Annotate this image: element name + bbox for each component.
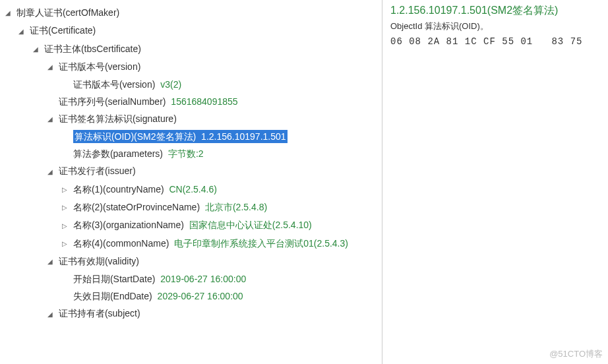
chevron-down-icon[interactable]: ◢: [46, 253, 54, 270]
tree-pane: ◢ 制章人证书(certOfMaker) ◢ 证书(Certificate) ◢…: [0, 0, 382, 364]
node-label: 证书版本号(version): [59, 61, 140, 72]
node-label: 算法标识(OID)(SM2签名算法): [75, 131, 196, 142]
node-label: 名称(2)(stateOrProvinceName): [73, 202, 200, 212]
node-parameters[interactable]: 算法参数(parameters) 字节数:2: [3, 145, 382, 162]
chevron-down-icon[interactable]: ◢: [46, 59, 54, 76]
chevron-down-icon[interactable]: ◢: [32, 41, 40, 58]
node-value: 1.2.156.10197.1.501: [201, 131, 286, 142]
chevron-right-icon[interactable]: ▷: [61, 218, 69, 235]
detail-subtitle: ObjectId 算法标识(OID)。: [390, 20, 603, 32]
node-label: 证书签名算法标识(signature): [59, 113, 177, 124]
node-value: 电子印章制作系统接入平台测试01(2.5.4.3): [174, 238, 348, 249]
chevron-right-icon[interactable]: ▷: [61, 235, 69, 253]
hex-dump: 06 08 2A 81 1C CF 55 01 83 75: [390, 36, 603, 47]
node-certofmaker[interactable]: ◢ 制章人证书(certOfMaker): [3, 4, 382, 22]
node-label: 证书有效期(validity): [59, 256, 139, 266]
node-label: 证书(Certificate): [30, 25, 96, 36]
node-issuer[interactable]: ◢ 证书发行者(issuer): [3, 162, 382, 180]
node-label: 算法参数(parameters): [73, 148, 163, 159]
node-name3[interactable]: ▷ 名称(3)(organizationName) 国家信息中心认证处(2.5.…: [3, 216, 382, 234]
node-name1[interactable]: ▷ 名称(1)(countryName) CN(2.5.4.6): [3, 181, 382, 198]
node-value: 字节数:2: [168, 148, 204, 159]
node-certificate[interactable]: ◢ 证书(Certificate): [3, 22, 382, 40]
chevron-right-icon[interactable]: ▷: [61, 199, 69, 216]
node-value: CN(2.5.4.6): [169, 184, 216, 195]
node-label: 证书版本号(version): [73, 79, 155, 90]
node-value: 2029-06-27 16:00:00: [158, 291, 243, 301]
node-value: 2019-06-27 16:00:00: [160, 274, 246, 284]
node-name4[interactable]: ▷ 名称(4)(commonName) 电子印章制作系统接入平台测试01(2.5…: [3, 235, 382, 253]
watermark: @51CTO博客: [549, 348, 603, 360]
node-label: 制章人证书(certOfMaker): [16, 7, 119, 18]
node-label: 名称(1)(countryName): [73, 184, 164, 195]
chevron-down-icon[interactable]: ◢: [17, 23, 25, 40]
chevron-down-icon[interactable]: ◢: [46, 164, 54, 181]
node-version-leaf[interactable]: 证书版本号(version) v3(2): [3, 76, 382, 93]
node-value: 国家信息中心认证处(2.5.4.10): [189, 220, 312, 230]
node-value: 1561684091855: [171, 96, 237, 107]
node-tbscertificate[interactable]: ◢ 证书主体(tbsCertificate): [3, 40, 382, 58]
node-label: 名称(4)(commonName): [73, 238, 169, 249]
detail-pane: 1.2.156.10197.1.501(SM2签名算法) ObjectId 算法…: [382, 0, 608, 364]
node-label: 开始日期(StartDate): [73, 274, 155, 284]
node-label: 证书主体(tbsCertificate): [44, 44, 141, 54]
chevron-down-icon[interactable]: ◢: [46, 306, 54, 323]
selected-row[interactable]: 算法标识(OID)(SM2签名算法) 1.2.156.10197.1.501: [73, 130, 288, 143]
node-signature[interactable]: ◢ 证书签名算法标识(signature): [3, 110, 382, 128]
node-oid[interactable]: 算法标识(OID)(SM2签名算法) 1.2.156.10197.1.501: [3, 128, 382, 145]
node-label: 失效日期(EndDate): [73, 291, 152, 301]
chevron-down-icon[interactable]: ◢: [46, 111, 54, 128]
chevron-right-icon[interactable]: ▷: [61, 181, 69, 198]
chevron-down-icon[interactable]: ◢: [4, 5, 12, 22]
node-enddate[interactable]: 失效日期(EndDate) 2029-06-27 16:00:00: [3, 288, 382, 305]
node-serial[interactable]: 证书序列号(serialNumber) 1561684091855: [3, 93, 382, 110]
node-label: 证书发行者(issuer): [59, 166, 136, 176]
node-validity[interactable]: ◢ 证书有效期(validity): [3, 253, 382, 270]
node-value: v3(2): [160, 79, 181, 90]
node-label: 证书持有者(subject): [59, 308, 140, 318]
node-value: 北京市(2.5.4.8): [205, 202, 267, 212]
node-startdate[interactable]: 开始日期(StartDate) 2019-06-27 16:00:00: [3, 270, 382, 288]
detail-title: 1.2.156.10197.1.501(SM2签名算法): [390, 4, 603, 18]
node-version-header[interactable]: ◢ 证书版本号(version): [3, 58, 382, 76]
node-subject[interactable]: ◢ 证书持有者(subject): [3, 305, 382, 322]
node-label: 证书序列号(serialNumber): [59, 96, 166, 107]
node-label: 名称(3)(organizationName): [73, 220, 184, 230]
node-name2[interactable]: ▷ 名称(2)(stateOrProvinceName) 北京市(2.5.4.8…: [3, 198, 382, 216]
